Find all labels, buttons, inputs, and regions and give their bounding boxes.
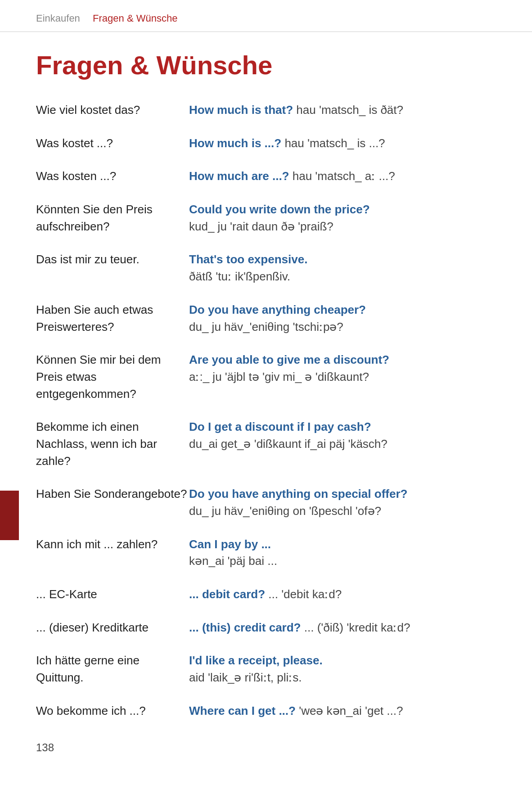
german-text: Bekomme ich einen Nachlass, wenn ich bar…: [36, 419, 189, 469]
list-item: Haben Sie Sonderangebote? Do you have an…: [36, 478, 496, 528]
english-phrase: Do you have anything on special offer?: [189, 487, 407, 501]
english-text: Where can I get ...? 'weə kən_ai 'get ..…: [189, 703, 496, 720]
content-area: Wie viel kostet das? How much is that? h…: [0, 89, 532, 781]
english-phrase: Do you have anything cheaper?: [189, 303, 366, 316]
pronunciation: ... ('ðiß) 'kredit kaːd?: [304, 621, 410, 634]
english-text: Can I pay by ... kən_ai 'päj bai ...: [189, 536, 496, 570]
german-text: Ich hätte gerne eine Quittung.: [36, 652, 189, 686]
page-title: Fragen & Wünsche: [0, 32, 532, 89]
english-text: I'd like a receipt, please. aid 'laik_ə …: [189, 652, 496, 686]
pronunciation: ... 'debit kaːd?: [268, 587, 342, 601]
page-number: 138: [36, 728, 496, 754]
german-text: Können Sie mir bei dem Preis etwas entge…: [36, 352, 189, 402]
list-item: Was kostet ...? How much is ...? hau 'ma…: [36, 127, 496, 160]
german-text: Kann ich mit ... zahlen?: [36, 536, 189, 553]
breadcrumb-inactive: Einkaufen: [36, 13, 80, 24]
list-item: Können Sie mir bei dem Preis etwas entge…: [36, 343, 496, 411]
english-phrase: Do I get a discount if I pay cash?: [189, 420, 371, 433]
german-text: Was kosten ...?: [36, 168, 189, 185]
english-text: Do you have anything cheaper? du_ ju häv…: [189, 302, 496, 335]
english-phrase: Can I pay by ...: [189, 537, 271, 551]
pronunciation: hau 'matsch_ is ...?: [284, 136, 385, 150]
breadcrumb-separator: [84, 13, 89, 24]
pronunciation: du_ ju häv_'eniθing on 'ßpeschl 'ofə?: [189, 504, 381, 518]
english-text: Do I get a discount if I pay cash? du_ai…: [189, 419, 496, 452]
english-text: Are you able to give me a discount? aː:_…: [189, 352, 496, 385]
german-text: Wie viel kostet das?: [36, 102, 189, 119]
pronunciation: aː:_ ju 'äjbl tə 'giv mi_ ə 'dißkaunt?: [189, 370, 369, 383]
pronunciation: aid 'laik_ə ri'ßiːt, pliːs.: [189, 671, 302, 684]
english-phrase: How much is that?: [189, 103, 293, 117]
list-item: Wo bekomme ich ...? Where can I get ...?…: [36, 695, 496, 728]
english-text: Could you write down the price? kud_ ju …: [189, 201, 496, 235]
german-text: Wo bekomme ich ...?: [36, 703, 189, 720]
list-item: Wie viel kostet das? How much is that? h…: [36, 94, 496, 127]
english-phrase: Could you write down the price?: [189, 203, 370, 216]
english-phrase: That's too expensive.: [189, 253, 307, 266]
breadcrumb: Einkaufen Fragen & Wünsche: [0, 0, 532, 32]
english-phrase: Where can I get ...?: [189, 704, 296, 717]
english-text: Do you have anything on special offer? d…: [189, 486, 496, 519]
pronunciation: kən_ai 'päj bai ...: [189, 554, 277, 568]
list-item: Bekomme ich einen Nachlass, wenn ich bar…: [36, 411, 496, 478]
list-item: Kann ich mit ... zahlen? Can I pay by ..…: [36, 528, 496, 578]
english-phrase: I'd like a receipt, please.: [189, 654, 323, 667]
english-phrase: How much is ...?: [189, 136, 281, 150]
english-text: ... debit card? ... 'debit kaːd?: [189, 586, 496, 603]
pronunciation: du_ ju häv_'eniθing 'tschiːpə?: [189, 320, 343, 334]
pronunciation: hau 'matsch_ is ðät?: [296, 103, 403, 117]
list-item: Das ist mir zu teuer. That's too expensi…: [36, 243, 496, 293]
pronunciation: ðätß 'tuː ik'ßpenßiv.: [189, 270, 290, 283]
red-tab-marker: [0, 491, 19, 540]
list-item: ... EC-Karte ... debit card? ... 'debit …: [36, 578, 496, 611]
german-text: ... (dieser) Kreditkarte: [36, 619, 189, 636]
breadcrumb-active: Fragen & Wünsche: [93, 13, 177, 24]
english-phrase: Are you able to give me a discount?: [189, 353, 389, 366]
list-item: Was kosten ...? How much are ...? hau 'm…: [36, 160, 496, 193]
pronunciation: 'weə kən_ai 'get ...?: [299, 704, 403, 717]
english-phrase: ... (this) credit card?: [189, 621, 301, 634]
english-text: That's too expensive. ðätß 'tuː ik'ßpenß…: [189, 251, 496, 285]
german-text: Was kostet ...?: [36, 135, 189, 152]
list-item: Haben Sie auch etwas Preiswerteres? Do y…: [36, 293, 496, 343]
list-item: Könnten Sie den Preis aufschreiben? Coul…: [36, 193, 496, 243]
german-text: Haben Sie auch etwas Preiswerteres?: [36, 302, 189, 335]
german-text: Könnten Sie den Preis aufschreiben?: [36, 201, 189, 235]
list-item: ... (dieser) Kreditkarte ... (this) cred…: [36, 611, 496, 645]
german-text: ... EC-Karte: [36, 586, 189, 603]
english-text: How much is ...? hau 'matsch_ is ...?: [189, 135, 496, 152]
pronunciation: du_ai get_ə 'dißkaunt if_ai päj 'käsch?: [189, 437, 388, 451]
english-phrase: How much are ...?: [189, 169, 289, 183]
english-text: ... (this) credit card? ... ('ðiß) 'kred…: [189, 619, 496, 636]
english-phrase: ... debit card?: [189, 587, 265, 601]
pronunciation: hau 'matsch_ aː ...?: [293, 169, 395, 183]
german-text: Haben Sie Sonderangebote?: [36, 486, 189, 503]
list-item: Ich hätte gerne eine Quittung. I'd like …: [36, 644, 496, 694]
english-text: How much is that? hau 'matsch_ is ðät?: [189, 102, 496, 119]
pronunciation: kud_ ju 'rait daun ðə 'praiß?: [189, 220, 334, 233]
english-text: How much are ...? hau 'matsch_ aː ...?: [189, 168, 496, 185]
german-text: Das ist mir zu teuer.: [36, 251, 189, 268]
